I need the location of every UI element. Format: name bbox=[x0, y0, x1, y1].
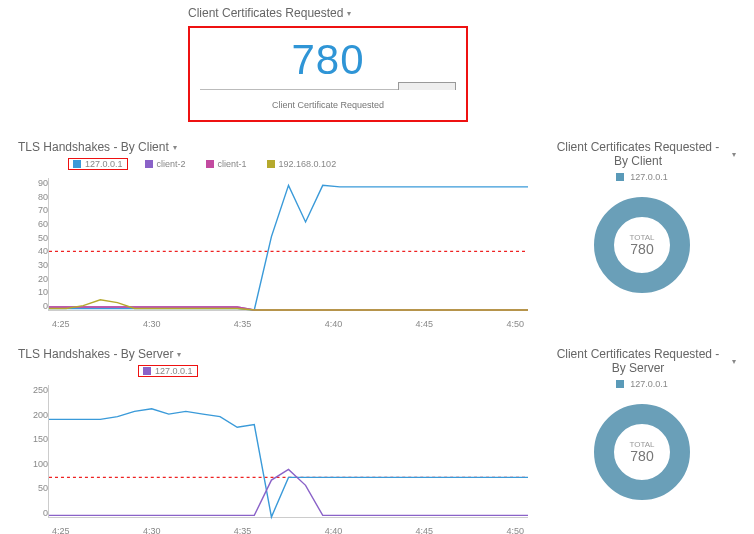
donut2-legend: 127.0.0.1 bbox=[630, 379, 668, 389]
svg-text:780: 780 bbox=[630, 241, 654, 257]
top-card-title[interactable]: Client Certificates Requested ▾ bbox=[188, 6, 351, 20]
chart2-plot: 250200150100500 4:254:304:354:404:454:50 bbox=[18, 381, 528, 534]
caret-down-icon: ▾ bbox=[732, 150, 736, 159]
sparkline-icon bbox=[398, 82, 456, 90]
top-metric-subtitle: Client Certificate Requested bbox=[200, 100, 456, 110]
legend-item-192[interactable]: 192.168.0.102 bbox=[264, 158, 340, 170]
donut2: TOTAL 780 bbox=[548, 397, 736, 507]
caret-down-icon: ▾ bbox=[347, 9, 351, 18]
legend-item-127-server[interactable]: 127.0.0.1 bbox=[138, 365, 198, 377]
svg-text:780: 780 bbox=[630, 448, 654, 464]
chart2-title[interactable]: TLS Handshakes - By Server ▾ bbox=[18, 347, 181, 361]
top-metric-value: 780 bbox=[200, 36, 456, 84]
caret-down-icon: ▾ bbox=[173, 143, 177, 152]
donut1: TOTAL 780 bbox=[548, 190, 736, 300]
chart1-title[interactable]: TLS Handshakes - By Client ▾ bbox=[18, 140, 177, 154]
donut1-legend: 127.0.0.1 bbox=[630, 172, 668, 182]
caret-down-icon: ▾ bbox=[732, 357, 736, 366]
legend-item-127[interactable]: 127.0.0.1 bbox=[68, 158, 128, 170]
legend-item-client1[interactable]: client-1 bbox=[203, 158, 250, 170]
chart1-legend: 127.0.0.1 client-2 client-1 192.168.0.10… bbox=[68, 158, 528, 170]
donut2-title[interactable]: Client Certificates Requested - By Serve… bbox=[548, 347, 736, 375]
chart1-plot: 9080706050403020100 4:254:304:354:404:45… bbox=[18, 174, 528, 329]
legend-item-client2[interactable]: client-2 bbox=[142, 158, 189, 170]
chart2-legend: 127.0.0.1 bbox=[138, 365, 528, 377]
donut1-title[interactable]: Client Certificates Requested - By Clien… bbox=[548, 140, 736, 168]
top-card-title-text: Client Certificates Requested bbox=[188, 6, 343, 20]
caret-down-icon: ▾ bbox=[177, 350, 181, 359]
top-metric-card: 780 Client Certificate Requested bbox=[188, 26, 468, 122]
